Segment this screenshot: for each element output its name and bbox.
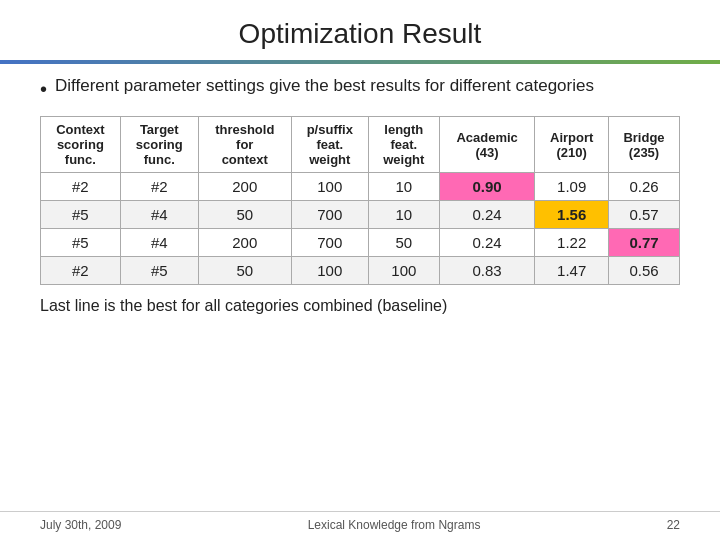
table-cell: #4 <box>120 229 198 257</box>
results-table: Contextscoringfunc.Targetscoringfunc.thr… <box>40 116 680 285</box>
table-cell: 0.57 <box>609 201 680 229</box>
content-area: • Different parameter settings give the … <box>0 76 720 511</box>
table-cell: 700 <box>291 201 368 229</box>
table-cell: 0.90 <box>439 173 535 201</box>
table-header-2: thresholdforcontext <box>198 117 291 173</box>
table-cell: 1.09 <box>535 173 609 201</box>
table-cell: 100 <box>291 173 368 201</box>
table-cell: #4 <box>120 201 198 229</box>
footer-title: Lexical Knowledge from Ngrams <box>308 518 481 532</box>
bullet-dot: • <box>40 76 47 102</box>
table-cell: 0.24 <box>439 201 535 229</box>
table-cell: 0.26 <box>609 173 680 201</box>
table-cell: 700 <box>291 229 368 257</box>
table-cell: 50 <box>198 201 291 229</box>
table-cell: 50 <box>368 229 439 257</box>
table-row: #2#5501001000.831.470.56 <box>41 257 680 285</box>
table-header-3: p/suffixfeat.weight <box>291 117 368 173</box>
table-header-5: Academic(43) <box>439 117 535 173</box>
footer-page: 22 <box>667 518 680 532</box>
title-section: Optimization Result <box>0 0 720 60</box>
table-cell: 10 <box>368 201 439 229</box>
page-title: Optimization Result <box>40 18 680 50</box>
footer-note: Last line is the best for all categories… <box>40 297 680 315</box>
table-cell: #5 <box>41 229 121 257</box>
table-row: #5#4200700500.241.220.77 <box>41 229 680 257</box>
table-cell: 100 <box>291 257 368 285</box>
table-header-0: Contextscoringfunc. <box>41 117 121 173</box>
table-cell: 100 <box>368 257 439 285</box>
table-cell: 0.24 <box>439 229 535 257</box>
table-cell: #5 <box>41 201 121 229</box>
table-cell: 10 <box>368 173 439 201</box>
table-cell: 0.77 <box>609 229 680 257</box>
table-cell: 1.56 <box>535 201 609 229</box>
table-header-1: Targetscoringfunc. <box>120 117 198 173</box>
accent-bar <box>0 60 720 64</box>
slide: Optimization Result • Different paramete… <box>0 0 720 540</box>
table-cell: #2 <box>41 257 121 285</box>
bullet-text: Different parameter settings give the be… <box>55 76 594 96</box>
table-cell: #5 <box>120 257 198 285</box>
table-header-4: lengthfeat.weight <box>368 117 439 173</box>
table-header-row: Contextscoringfunc.Targetscoringfunc.thr… <box>41 117 680 173</box>
table-cell: 1.22 <box>535 229 609 257</box>
table-header-6: Airport(210) <box>535 117 609 173</box>
table-cell: 1.47 <box>535 257 609 285</box>
table-cell: #2 <box>41 173 121 201</box>
table-cell: #2 <box>120 173 198 201</box>
table-cell: 0.56 <box>609 257 680 285</box>
results-table-wrapper: Contextscoringfunc.Targetscoringfunc.thr… <box>40 116 680 285</box>
table-row: #2#2200100100.901.090.26 <box>41 173 680 201</box>
table-cell: 50 <box>198 257 291 285</box>
table-cell: 0.83 <box>439 257 535 285</box>
table-row: #5#450700100.241.560.57 <box>41 201 680 229</box>
table-header-7: Bridge(235) <box>609 117 680 173</box>
footer-date: July 30th, 2009 <box>40 518 121 532</box>
bullet-point: • Different parameter settings give the … <box>40 76 680 102</box>
slide-footer: July 30th, 2009 Lexical Knowledge from N… <box>0 511 720 540</box>
table-cell: 200 <box>198 173 291 201</box>
table-cell: 200 <box>198 229 291 257</box>
